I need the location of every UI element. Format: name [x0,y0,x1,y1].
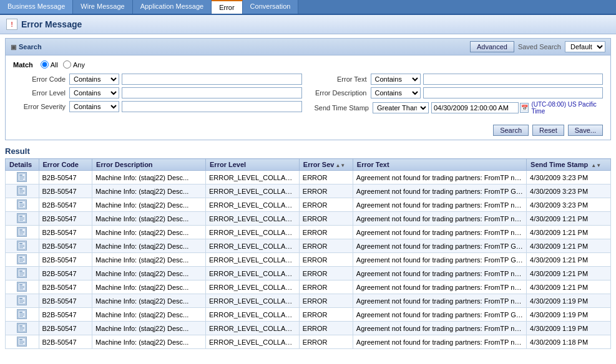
col-header-text[interactable]: Error Text [353,159,526,171]
detail-icon[interactable] [17,323,27,333]
collapse-icon[interactable]: ▣ [11,44,16,50]
svg-rect-56 [19,325,22,327]
cell-level: ERROR_LEVEL_COLLABORA... [206,267,300,280]
svg-rect-21 [19,229,22,231]
table-row[interactable]: B2B-50547 Machine Info: (staqj22) Desc..… [6,335,611,349]
send-time-operator[interactable]: Greater ThanLess ThanEquals [373,102,429,113]
saved-search-select[interactable]: Default [565,41,605,52]
detail-icon[interactable] [17,282,27,292]
cell-text: Agreement not found for trading partners… [353,184,526,198]
detail-icon[interactable] [17,309,27,319]
svg-rect-28 [19,246,24,247]
cell-sev: ERROR [299,308,353,322]
tab-application-message[interactable]: Application Message [133,0,212,14]
cell-stamp: 4/30/2009 3:23 PM [527,198,611,212]
cell-level: ERROR_LEVEL_COLLABORA... [206,294,300,308]
error-level-input[interactable] [122,87,302,98]
result-table: Details Error Code Error Description Err… [5,158,611,349]
table-row[interactable]: B2B-50547 Machine Info: (staqj22) Desc..… [6,308,611,322]
error-desc-input[interactable] [423,87,604,98]
col-header-desc[interactable]: Error Description [92,159,206,171]
cell-sev: ERROR [299,198,353,212]
table-row[interactable]: B2B-50547 Machine Info: (staqj22) Desc..… [6,226,611,239]
col-header-sev[interactable]: Error Sev▲▼ [299,159,353,171]
error-severity-label: Error Severity [13,103,69,110]
error-text-input[interactable] [423,74,604,85]
match-options: All Any [41,60,85,69]
error-severity-operator[interactable]: ContainsEqualsStarts With [69,101,119,112]
error-code-operator[interactable]: ContainsEqualsStarts With [69,74,119,85]
search-buttons: Search Reset Save... [6,122,610,140]
error-desc-operator[interactable]: ContainsEquals [371,87,421,98]
reset-button[interactable]: Reset [532,125,564,136]
cell-sev: ERROR [299,335,353,349]
cell-stamp: 4/30/2009 1:21 PM [527,212,611,226]
cell-level: ERROR_LEVEL_COLLABORA... [206,253,300,267]
detail-icon[interactable] [17,254,27,264]
col-header-stamp[interactable]: Send Time Stamp ▲▼ [527,159,611,171]
cell-level: ERROR_LEVEL_COLLABORA... [206,280,300,294]
detail-icon[interactable] [17,337,27,347]
error-text-operator[interactable]: ContainsEquals [371,74,421,85]
cell-level: ERROR_LEVEL_COLLABORA... [206,322,300,335]
left-fields: Error Code ContainsEqualsStarts With Err… [13,74,302,117]
col-header-code[interactable]: Error Code [39,159,92,171]
table-row[interactable]: B2B-50547 Machine Info: (staqj22) Desc..… [6,171,611,184]
svg-rect-19 [19,220,23,221]
detail-icon[interactable] [17,186,27,196]
cell-sev: ERROR [299,253,353,267]
cell-desc: Machine Info: (staqj22) Desc... [92,253,206,267]
match-any-radio[interactable]: Any [63,60,85,69]
detail-icon[interactable] [17,213,27,223]
detail-icon[interactable] [17,241,27,251]
svg-rect-47 [19,300,24,300]
cell-code: B2B-50547 [39,267,92,280]
tab-wire-message[interactable]: Wire Message [73,0,132,14]
col-header-level[interactable]: Error Level [206,159,300,171]
table-row[interactable]: B2B-50547 Machine Info: (staqj22) Desc..… [6,212,611,226]
search-button[interactable]: Search [493,125,529,136]
cell-level: ERROR_LEVEL_COLLABORA... [206,171,300,184]
calendar-icon[interactable]: 📅 [520,103,529,113]
cell-code: B2B-50547 [39,335,92,349]
match-all-radio[interactable]: All [41,60,58,69]
table-row[interactable]: B2B-50547 Machine Info: (staqj22) Desc..… [6,322,611,335]
error-level-operator[interactable]: ContainsEqualsStarts With [69,87,119,98]
send-time-input[interactable] [431,102,519,113]
cell-text: Agreement not found for trading partners… [353,198,526,212]
cell-desc: Machine Info: (staqj22) Desc... [92,267,206,280]
cell-text: Agreement not found for trading partners… [353,212,526,226]
detail-icon[interactable] [17,227,27,237]
cell-stamp: 4/30/2009 3:23 PM [527,184,611,198]
detail-icon[interactable] [17,172,27,182]
svg-rect-64 [19,343,23,344]
table-row[interactable]: B2B-50547 Machine Info: (staqj22) Desc..… [6,239,611,253]
error-code-input[interactable] [122,74,302,85]
detail-icon[interactable] [17,199,27,209]
save-button[interactable]: Save... [568,125,603,136]
table-row[interactable]: B2B-50547 Machine Info: (staqj22) Desc..… [6,294,611,308]
detail-icon[interactable] [17,295,27,305]
tab-conversation[interactable]: Conversation [243,0,299,14]
cell-code: B2B-50547 [39,322,92,335]
table-row[interactable]: B2B-50547 Machine Info: (staqj22) Desc..… [6,253,611,267]
svg-rect-32 [19,259,24,259]
table-row[interactable]: B2B-50547 Machine Info: (staqj22) Desc..… [6,267,611,280]
result-section: Result Details Error Code Error Descript… [5,144,611,349]
table-row[interactable]: B2B-50547 Machine Info: (staqj22) Desc..… [6,198,611,212]
cell-desc: Machine Info: (staqj22) Desc... [92,212,206,226]
advanced-button[interactable]: Advanced [470,41,514,52]
error-icon: ! [6,19,17,30]
cell-code: B2B-50547 [39,198,92,212]
tab-error[interactable]: Error [212,0,242,14]
tab-business-message[interactable]: Business Message [0,0,73,14]
svg-rect-46 [19,298,22,299]
svg-rect-54 [19,316,23,317]
table-row[interactable]: B2B-50547 Machine Info: (staqj22) Desc..… [6,184,611,198]
svg-rect-24 [19,234,23,234]
table-header-row: Details Error Code Error Description Err… [6,159,611,171]
error-severity-input[interactable] [122,101,302,112]
table-row[interactable]: B2B-50547 Machine Info: (staqj22) Desc..… [6,280,611,294]
detail-icon[interactable] [17,268,27,278]
timezone-text: (UTC-08:00) US Pacific Time [531,101,603,115]
